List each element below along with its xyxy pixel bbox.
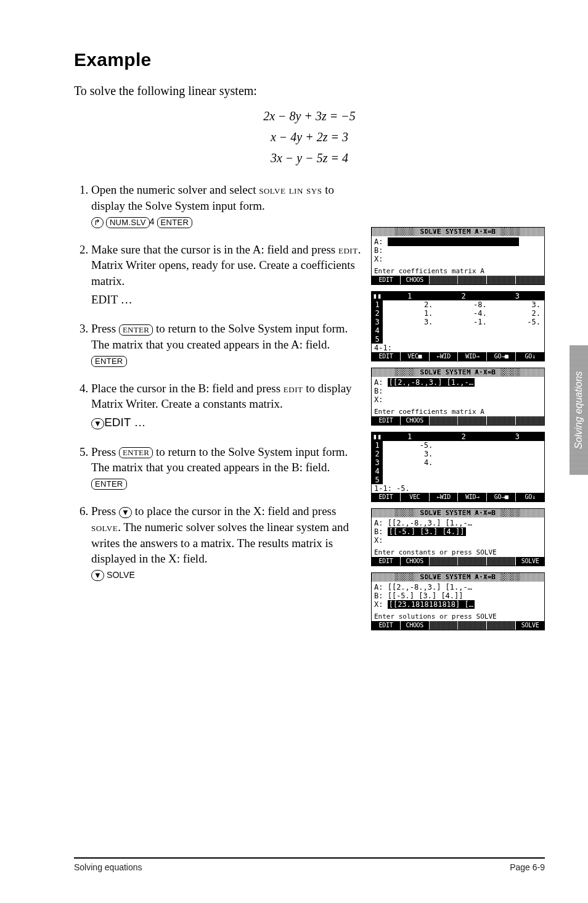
equations-block: 2x − 8y + 3z = −5 x − 4y + 2z = 3 3x − y… — [74, 107, 545, 167]
screen-5-help: Enter constants or press SOLVE — [374, 548, 542, 557]
enter-key-2: ENTER — [91, 356, 127, 367]
menu-go1: GO→■ — [487, 352, 515, 361]
mw-h2: 2 — [436, 292, 490, 300]
menu-go2: GO↓ — [516, 352, 544, 361]
step-6-sc: solve — [91, 521, 118, 534]
mw-r5h: 5 — [372, 335, 383, 344]
down-key-2: ▼ — [91, 570, 104, 581]
step-4-sc: edit — [284, 382, 303, 395]
down-key: ▼ — [91, 418, 104, 429]
mw-r1h: 1 — [372, 300, 383, 309]
screen-6-title: ░░░░░ SOLVE SYSTEM A·X=B ░░░░░ — [372, 573, 544, 582]
screen-1-A: A: — [374, 237, 542, 246]
step-2-sub: EDIT … — [91, 292, 366, 308]
screen-4-menu: EDIT VEC ←WID WID→ GO→■ GO↓ — [372, 493, 544, 501]
equation-1: 2x − 8y + 3z = −5 — [74, 107, 545, 125]
mw-c: -4. — [436, 309, 490, 318]
step-2-text-a: Make sure that the cursor is in the A: f… — [91, 243, 338, 256]
mw-c: 1. — [383, 309, 436, 318]
screen-6-B: B: [[-5.] [3.] [4.]] — [374, 592, 542, 600]
screen-1: ░░░░░ SOLVE SYSTEM A·X=B ░░░░░ A: B: X: … — [371, 227, 545, 285]
screen-5-menu: EDIT CHOOS SOLVE — [372, 557, 544, 566]
menu-blank — [487, 276, 515, 284]
menu-blank — [516, 276, 544, 284]
step-1-keys: ↱ NUM.SLV4 ENTER — [91, 216, 366, 228]
enter-key: ENTER — [157, 217, 193, 228]
menu-vec: VEC■ — [401, 352, 429, 361]
mw-c: -5. — [491, 318, 544, 326]
step-1-sc: solve lin sys — [259, 183, 322, 196]
screen-3-help: Enter coefficients matrix A — [374, 408, 542, 416]
screen-6-X: X: [[23.1818181818] [… — [374, 600, 542, 609]
step-1: Open the numeric solver and select solve… — [91, 182, 545, 228]
mw-corner: ▮▮ — [372, 292, 383, 300]
screen-5-title: ░░░░░ SOLVE SYSTEM A·X=B ░░░░░ — [372, 509, 544, 517]
step-6-keys: ▼ SOLVE — [91, 569, 366, 581]
mw-h1: 1 — [383, 292, 436, 300]
step-4-keys: ▼EDIT … — [91, 414, 366, 431]
numslv-key: NUM.SLV — [106, 217, 150, 228]
enter-key-inline: ENTER — [119, 324, 153, 336]
step-5-keys: ENTER — [91, 478, 366, 490]
screen-1-X: X: — [374, 255, 542, 263]
mw-c: -1. — [436, 318, 490, 326]
screen-6-menu: EDIT CHOOS SOLVE — [372, 621, 544, 630]
screen-3-X: X: — [374, 395, 542, 404]
mw-c: 2. — [491, 309, 544, 318]
screens-column: ░░░░░ SOLVE SYSTEM A·X=B ░░░░░ A: B: X: … — [371, 227, 545, 630]
enter-key-inline-2: ENTER — [119, 447, 153, 458]
screen-2-menu: EDIT VEC■ ←WID WID→ GO→■ GO↓ — [372, 352, 544, 361]
screen-2: ▮▮ 1 2 3 12.-8.3. 21.-4.2. 33.-1.-5. 4 5… — [371, 291, 545, 361]
screen-1-title: ░░░░░ SOLVE SYSTEM A·X=B ░░░░░ — [372, 228, 544, 236]
menu-widr: WID→ — [458, 352, 486, 361]
mw-c: 3. — [491, 300, 544, 309]
screen-5-B: B: [[-5.] [3.] [4.]] — [374, 527, 542, 536]
screen-5: ░░░░░ SOLVE SYSTEM A·X=B ░░░░░ A: [[2.,-… — [371, 508, 545, 566]
screen-6-help: Enter solutions or press SOLVE — [374, 612, 542, 621]
footer-right: Page 6-9 — [510, 862, 545, 872]
screen-1-menu: EDIT CHOOS — [372, 276, 544, 284]
equation-2: x − 4y + 2z = 3 — [74, 128, 545, 146]
chapter-side-tab: Solving equations — [570, 345, 588, 475]
step-6-sub: SOLVE — [107, 570, 135, 580]
screen-1-help: Enter coefficients matrix A — [374, 267, 542, 276]
screen-6-A: A: [[2.,-8.,3.] [1.,-… — [374, 583, 542, 592]
menu-edit: EDIT — [372, 352, 400, 361]
shift-right-key: ↱ — [91, 217, 104, 228]
example-heading: Example — [74, 49, 545, 70]
menu-edit: EDIT — [372, 276, 400, 284]
step-5-text-a: Press — [91, 445, 119, 458]
mw-h3: 3 — [491, 292, 544, 300]
step-4-text-a: Place the cursor in the B: field and pre… — [91, 382, 284, 395]
screen-6: ░░░░░ SOLVE SYSTEM A·X=B ░░░░░ A: [[2.,-… — [371, 572, 545, 630]
four-key: 4 — [150, 216, 155, 226]
mw-r2h: 2 — [372, 309, 383, 318]
mw-c: 2. — [383, 300, 436, 309]
footer-left: Solving equations — [74, 862, 142, 872]
intro-text: To solve the following linear system: — [74, 84, 545, 98]
screen-3-B: B: — [374, 387, 542, 395]
screen-4: ▮▮ 1 2 3 1-5. 23. 34. 4 5 1-1: -5. EDIT … — [371, 432, 545, 502]
step-2-sc: edit — [338, 243, 358, 256]
menu-blank — [458, 276, 486, 284]
mw-c: -8. — [436, 300, 490, 309]
step-3-keys: ENTER — [91, 355, 366, 366]
step-6-text-a: Press — [91, 505, 119, 517]
menu-choos: CHOOS — [401, 276, 429, 284]
step-6-text-c: . The numeric solver solves the linear s… — [91, 521, 349, 565]
screen-3-menu: EDIT CHOOS — [372, 416, 544, 425]
down-key-inline: ▼ — [119, 507, 132, 518]
menu-blank — [430, 276, 458, 284]
screen-3: ░░░░░ SOLVE SYSTEM A·X=B ░░░░░ A: [[2.,-… — [371, 368, 545, 426]
screen-5-A: A: [[2.,-8.,3.] [1.,-… — [374, 519, 542, 527]
menu-choos: CHOOS — [401, 416, 429, 425]
enter-key-3: ENTER — [91, 479, 127, 490]
equation-3: 3x − y − 5z = 4 — [74, 149, 545, 167]
menu-edit: EDIT — [372, 416, 400, 425]
screen-5-X: X: — [374, 536, 542, 545]
step-3-text-a: Press — [91, 322, 119, 335]
screen-3-A: A: [[2.,-8.,3.] [1.,-… — [374, 378, 542, 387]
menu-widl: ←WID — [430, 352, 458, 361]
screen-2-status: 4-1: — [372, 344, 544, 352]
screen-3-title: ░░░░░ SOLVE SYSTEM A·X=B ░░░░░ — [372, 368, 544, 377]
